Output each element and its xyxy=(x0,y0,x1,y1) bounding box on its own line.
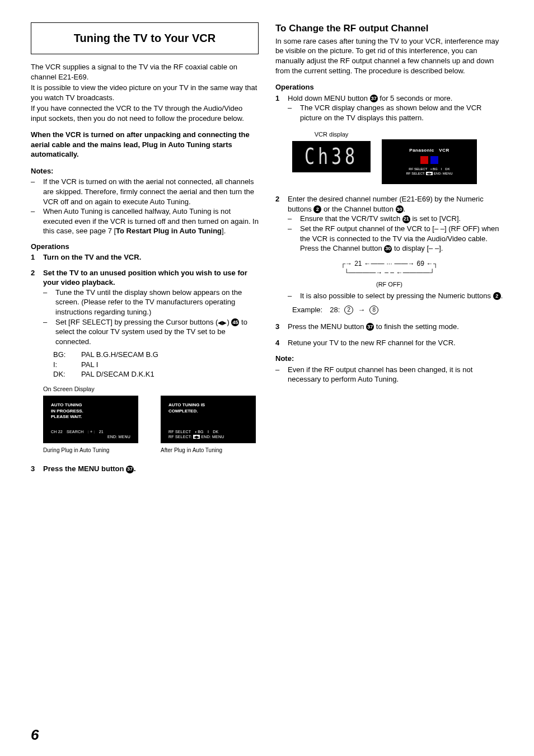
operation-step: 1 Hold down MENU button 37 for 5 seconds… xyxy=(275,93,503,104)
channel-diagram: ┌→21 ←―― ··· ――→ 69←┐ └――――→ – – ←――――┘ … xyxy=(334,259,446,289)
sub-step-text: Set [RF SELECT] by pressing the Cursor b… xyxy=(55,317,259,347)
intro-para: In some rare cases after tuning the TV t… xyxy=(275,36,503,76)
ref-icon: 30 xyxy=(384,245,392,253)
numeric-key-icon: 2 xyxy=(344,306,353,314)
osd-section: On Screen Display AUTO TUNING IN PROGRES… xyxy=(43,385,259,454)
sub-step: – It is also possible to select by press… xyxy=(275,291,503,301)
ref-icon: 21 xyxy=(402,215,410,223)
step-text: Press the MENU button 37 to finish the s… xyxy=(288,322,459,332)
step-text: Press the MENU button 37. xyxy=(43,464,136,474)
step-text: Retune your TV to the new RF channel for… xyxy=(288,338,456,348)
sub-step-text: The VCR display changes as shown below a… xyxy=(300,103,503,123)
operation-step: 3 Press the MENU button 37. xyxy=(31,464,259,474)
osd-during: AUTO TUNING IN PROGRESS. PLEASE WAIT. CH… xyxy=(43,396,138,454)
note-text: When Auto Tuning is cancelled halfway, A… xyxy=(43,206,259,236)
page-number: 6 xyxy=(31,725,39,745)
step-text: Set the TV to an unused position which y… xyxy=(43,268,259,288)
notes-heading: Notes: xyxy=(31,166,259,176)
sub-step-text: Set the RF output channel of the VCR to … xyxy=(300,224,503,253)
osd-after: AUTO TUNING IS COMPLETED. RF SELECT • BG… xyxy=(161,396,256,454)
operations-heading: Operations xyxy=(275,82,503,92)
operation-step: 4 Retune your TV to the new RF channel f… xyxy=(275,338,503,348)
example-row: Example: 28: 2 → 8 xyxy=(292,305,503,315)
intro-para: It is possible to view the video picture… xyxy=(31,83,259,102)
operation-step: 1 Turn on the TV and the VCR. xyxy=(31,252,259,262)
note-text: If the VCR is turned on with the aerial … xyxy=(43,177,259,206)
note-heading: Note: xyxy=(275,354,503,364)
tv-pattern-display: Panasonic VCR RF SELECT • BG I DK RF SEL… xyxy=(382,139,477,184)
sub-step: – The VCR display changes as shown below… xyxy=(275,103,503,123)
vcr-label: VCR display xyxy=(315,130,349,139)
intro-para: The VCR supplies a signal to the TV via … xyxy=(31,62,259,82)
operation-step: 2 Enter the desired channel number (E21-… xyxy=(275,194,503,214)
red-square-icon xyxy=(420,156,428,164)
callout: When the VCR is turned on after unpackin… xyxy=(31,130,259,159)
system-table: BG:PAL B.G.H/SECAM B.G I:PAL I DK:PAL D/… xyxy=(53,350,259,379)
ref-icon: 2 xyxy=(313,205,321,213)
operations-heading: Operations xyxy=(31,242,259,252)
blue-square-icon xyxy=(430,156,438,164)
ref-icon: 37 xyxy=(126,466,134,473)
vcr-display: Ch38 xyxy=(292,141,371,172)
note-item: – If the VCR is turned on with the aeria… xyxy=(31,177,259,206)
sub-step-text: Ensure that the VCR/TV switch 21 is set … xyxy=(300,214,461,224)
sub-step: – Set [RF SELECT] by pressing the Cursor… xyxy=(31,317,259,347)
operation-step: 3 Press the MENU button 37 to finish the… xyxy=(275,322,503,332)
sub-step-text: Tune the TV until the display shown belo… xyxy=(55,288,259,317)
ref-icon: 37 xyxy=(366,323,374,331)
step-text: Hold down MENU button 37 for 5 seconds o… xyxy=(288,93,452,104)
sub-step: – Ensure that the VCR/TV switch 21 is se… xyxy=(275,214,503,224)
note-text: Even if the RF output channel has been c… xyxy=(288,365,503,384)
step-text: Turn on the TV and the VCR. xyxy=(43,252,141,262)
section-title: Tuning the TV to Your VCR xyxy=(37,31,252,46)
osd-caption: During Plug in Auto Tuning xyxy=(43,447,138,454)
sub-step: – Set the RF output channel of the VCR t… xyxy=(275,224,503,253)
vcr-segment-text: Ch38 xyxy=(305,142,358,172)
osd-caption: After Plug in Auto Tuning xyxy=(161,447,256,454)
ref-icon: 2 xyxy=(493,292,501,300)
note-item: – When Auto Tuning is cancelled halfway,… xyxy=(31,206,259,236)
subsection-title: To Change the RF output Channel xyxy=(275,22,503,35)
vcr-display-row: VCR display Ch38 Panasonic VCR RF SELECT… xyxy=(292,130,503,184)
section-title-box: Tuning the TV to Your VCR xyxy=(31,22,259,54)
intro-para: If you have connected the VCR to the TV … xyxy=(31,104,259,123)
sub-step: – Tune the TV until the display shown be… xyxy=(31,288,259,317)
note-item: – Even if the RF output channel has been… xyxy=(275,365,503,384)
ref-icon: 30 xyxy=(396,205,404,213)
osd-label: On Screen Display xyxy=(43,385,259,393)
ref-icon: 45 xyxy=(231,318,239,326)
operation-step: 2 Set the TV to an unused position which… xyxy=(31,268,259,288)
ref-icon: 37 xyxy=(370,95,378,102)
step-text: Enter the desired channel number (E21-E6… xyxy=(288,194,503,214)
sub-step-text: It is also possible to select by pressin… xyxy=(300,291,503,301)
numeric-key-icon: 8 xyxy=(369,306,378,314)
